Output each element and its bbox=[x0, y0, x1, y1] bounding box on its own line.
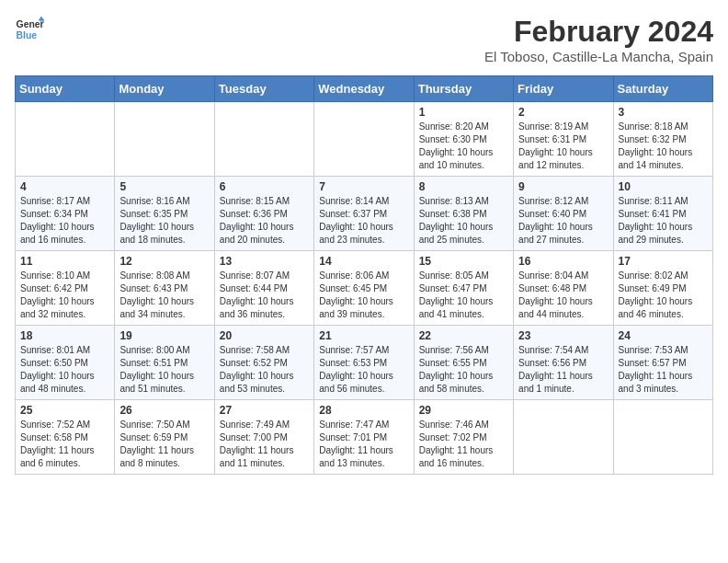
day-info: Sunrise: 8:12 AMSunset: 6:40 PMDaylight:… bbox=[518, 195, 608, 247]
title-area: February 2024 El Toboso, Castille-La Man… bbox=[484, 15, 713, 64]
main-title: February 2024 bbox=[484, 15, 713, 49]
day-info: Sunrise: 8:17 AMSunset: 6:34 PMDaylight:… bbox=[20, 195, 109, 247]
day-info: Sunrise: 7:53 AMSunset: 6:57 PMDaylight:… bbox=[619, 344, 708, 396]
day-info: Sunrise: 8:02 AMSunset: 6:49 PMDaylight:… bbox=[619, 270, 708, 321]
calendar-header-row: SundayMondayTuesdayWednesdayThursdayFrid… bbox=[16, 76, 713, 102]
day-number: 2 bbox=[518, 106, 608, 119]
day-number: 19 bbox=[119, 329, 209, 342]
day-info: Sunrise: 8:18 AMSunset: 6:32 PMDaylight:… bbox=[619, 121, 708, 172]
day-number: 15 bbox=[419, 255, 508, 268]
calendar-cell bbox=[16, 102, 115, 177]
day-info: Sunrise: 7:52 AMSunset: 6:58 PMDaylight:… bbox=[20, 419, 109, 470]
day-info: Sunrise: 8:19 AMSunset: 6:31 PMDaylight:… bbox=[518, 121, 608, 172]
calendar-cell: 13Sunrise: 8:07 AMSunset: 6:44 PMDayligh… bbox=[214, 251, 313, 326]
day-number: 22 bbox=[419, 329, 508, 342]
calendar-cell bbox=[214, 102, 313, 177]
calendar-cell: 27Sunrise: 7:49 AMSunset: 7:00 PMDayligh… bbox=[214, 400, 313, 475]
day-info: Sunrise: 8:01 AMSunset: 6:50 PMDaylight:… bbox=[20, 344, 109, 396]
day-info: Sunrise: 8:16 AMSunset: 6:35 PMDaylight:… bbox=[119, 195, 209, 247]
day-number: 7 bbox=[319, 180, 408, 193]
day-number: 13 bbox=[220, 255, 309, 268]
calendar-header-tuesday: Tuesday bbox=[214, 76, 313, 102]
calendar-cell: 7Sunrise: 8:14 AMSunset: 6:37 PMDaylight… bbox=[314, 177, 414, 251]
calendar-cell: 15Sunrise: 8:05 AMSunset: 6:47 PMDayligh… bbox=[414, 251, 513, 326]
day-info: Sunrise: 7:46 AMSunset: 7:02 PMDaylight:… bbox=[419, 419, 508, 470]
day-number: 17 bbox=[619, 255, 708, 268]
calendar-cell: 16Sunrise: 8:04 AMSunset: 6:48 PMDayligh… bbox=[514, 251, 613, 326]
day-info: Sunrise: 7:56 AMSunset: 6:55 PMDaylight:… bbox=[419, 344, 508, 396]
day-info: Sunrise: 8:00 AMSunset: 6:51 PMDaylight:… bbox=[119, 344, 209, 396]
day-number: 28 bbox=[319, 404, 408, 417]
day-number: 6 bbox=[220, 180, 309, 193]
day-info: Sunrise: 8:15 AMSunset: 6:36 PMDaylight:… bbox=[220, 195, 309, 247]
day-number: 11 bbox=[20, 255, 109, 268]
day-info: Sunrise: 8:14 AMSunset: 6:37 PMDaylight:… bbox=[319, 195, 408, 247]
calendar-header-monday: Monday bbox=[115, 76, 214, 102]
calendar-cell: 18Sunrise: 8:01 AMSunset: 6:50 PMDayligh… bbox=[16, 326, 115, 400]
calendar-cell: 23Sunrise: 7:54 AMSunset: 6:56 PMDayligh… bbox=[514, 326, 613, 400]
day-info: Sunrise: 7:57 AMSunset: 6:53 PMDaylight:… bbox=[319, 344, 408, 396]
day-number: 24 bbox=[619, 329, 708, 342]
calendar-cell: 14Sunrise: 8:06 AMSunset: 6:45 PMDayligh… bbox=[314, 251, 414, 326]
day-number: 8 bbox=[419, 180, 508, 193]
day-info: Sunrise: 7:50 AMSunset: 6:59 PMDaylight:… bbox=[119, 419, 209, 470]
day-info: Sunrise: 8:20 AMSunset: 6:30 PMDaylight:… bbox=[419, 121, 508, 172]
day-number: 18 bbox=[20, 329, 109, 342]
calendar-cell: 19Sunrise: 8:00 AMSunset: 6:51 PMDayligh… bbox=[115, 326, 214, 400]
calendar-cell: 26Sunrise: 7:50 AMSunset: 6:59 PMDayligh… bbox=[115, 400, 214, 475]
day-number: 26 bbox=[119, 404, 209, 417]
svg-text:Blue: Blue bbox=[17, 30, 38, 40]
day-info: Sunrise: 8:04 AMSunset: 6:48 PMDaylight:… bbox=[518, 270, 608, 321]
calendar-cell: 17Sunrise: 8:02 AMSunset: 6:49 PMDayligh… bbox=[613, 251, 712, 326]
calendar-cell: 4Sunrise: 8:17 AMSunset: 6:34 PMDaylight… bbox=[16, 177, 115, 251]
calendar-cell: 25Sunrise: 7:52 AMSunset: 6:58 PMDayligh… bbox=[16, 400, 115, 475]
calendar-week-row: 4Sunrise: 8:17 AMSunset: 6:34 PMDaylight… bbox=[16, 177, 713, 251]
calendar-header-sunday: Sunday bbox=[16, 76, 115, 102]
day-number: 21 bbox=[319, 329, 408, 342]
calendar-header-thursday: Thursday bbox=[414, 76, 513, 102]
day-number: 23 bbox=[518, 329, 608, 342]
subtitle: El Toboso, Castille-La Mancha, Spain bbox=[484, 49, 713, 64]
calendar-week-row: 1Sunrise: 8:20 AMSunset: 6:30 PMDaylight… bbox=[16, 102, 713, 177]
logo-icon: General Blue bbox=[15, 15, 44, 44]
day-info: Sunrise: 7:58 AMSunset: 6:52 PMDaylight:… bbox=[220, 344, 309, 396]
logo: General Blue bbox=[15, 15, 44, 44]
calendar-header-wednesday: Wednesday bbox=[314, 76, 414, 102]
calendar-cell: 20Sunrise: 7:58 AMSunset: 6:52 PMDayligh… bbox=[214, 326, 313, 400]
day-info: Sunrise: 8:07 AMSunset: 6:44 PMDaylight:… bbox=[220, 270, 309, 321]
day-number: 4 bbox=[20, 180, 109, 193]
day-number: 9 bbox=[518, 180, 608, 193]
day-number: 29 bbox=[419, 404, 508, 417]
day-info: Sunrise: 8:13 AMSunset: 6:38 PMDaylight:… bbox=[419, 195, 508, 247]
calendar-cell: 21Sunrise: 7:57 AMSunset: 6:53 PMDayligh… bbox=[314, 326, 414, 400]
calendar-cell: 11Sunrise: 8:10 AMSunset: 6:42 PMDayligh… bbox=[16, 251, 115, 326]
svg-text:General: General bbox=[17, 19, 44, 29]
calendar-cell: 28Sunrise: 7:47 AMSunset: 7:01 PMDayligh… bbox=[314, 400, 414, 475]
day-info: Sunrise: 8:11 AMSunset: 6:41 PMDaylight:… bbox=[619, 195, 708, 247]
day-number: 20 bbox=[220, 329, 309, 342]
calendar-cell: 22Sunrise: 7:56 AMSunset: 6:55 PMDayligh… bbox=[414, 326, 513, 400]
day-number: 25 bbox=[20, 404, 109, 417]
day-info: Sunrise: 8:05 AMSunset: 6:47 PMDaylight:… bbox=[419, 270, 508, 321]
day-info: Sunrise: 7:54 AMSunset: 6:56 PMDaylight:… bbox=[518, 344, 608, 396]
day-number: 16 bbox=[518, 255, 608, 268]
calendar-cell: 29Sunrise: 7:46 AMSunset: 7:02 PMDayligh… bbox=[414, 400, 513, 475]
day-info: Sunrise: 7:47 AMSunset: 7:01 PMDaylight:… bbox=[319, 419, 408, 470]
calendar-cell: 12Sunrise: 8:08 AMSunset: 6:43 PMDayligh… bbox=[115, 251, 214, 326]
calendar-cell: 6Sunrise: 8:15 AMSunset: 6:36 PMDaylight… bbox=[214, 177, 313, 251]
calendar-cell: 8Sunrise: 8:13 AMSunset: 6:38 PMDaylight… bbox=[414, 177, 513, 251]
calendar-week-row: 11Sunrise: 8:10 AMSunset: 6:42 PMDayligh… bbox=[16, 251, 713, 326]
calendar-cell bbox=[115, 102, 214, 177]
calendar-cell: 24Sunrise: 7:53 AMSunset: 6:57 PMDayligh… bbox=[613, 326, 712, 400]
day-info: Sunrise: 7:49 AMSunset: 7:00 PMDaylight:… bbox=[220, 419, 309, 470]
day-number: 14 bbox=[319, 255, 408, 268]
day-number: 12 bbox=[119, 255, 209, 268]
calendar-cell bbox=[514, 400, 613, 475]
header: General Blue February 2024 El Toboso, Ca… bbox=[15, 15, 713, 64]
day-number: 10 bbox=[619, 180, 708, 193]
calendar-cell bbox=[613, 400, 712, 475]
day-info: Sunrise: 8:06 AMSunset: 6:45 PMDaylight:… bbox=[319, 270, 408, 321]
day-info: Sunrise: 8:08 AMSunset: 6:43 PMDaylight:… bbox=[119, 270, 209, 321]
calendar-header-friday: Friday bbox=[514, 76, 613, 102]
calendar-cell: 3Sunrise: 8:18 AMSunset: 6:32 PMDaylight… bbox=[613, 102, 712, 177]
